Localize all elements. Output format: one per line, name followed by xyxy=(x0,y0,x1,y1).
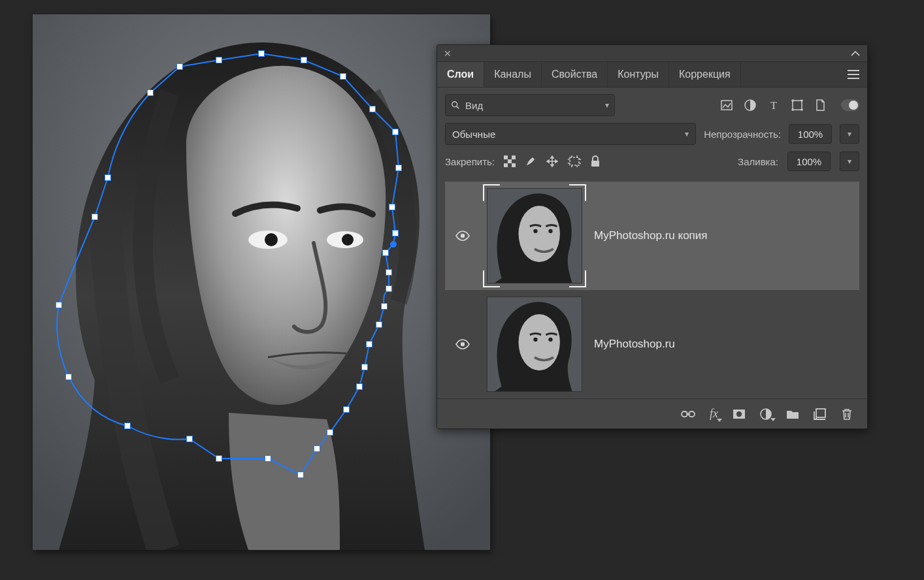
svg-rect-19 xyxy=(504,163,508,167)
filter-toggle[interactable] xyxy=(841,99,859,111)
svg-rect-13 xyxy=(792,109,794,111)
svg-point-25 xyxy=(519,206,560,262)
svg-rect-20 xyxy=(512,163,516,167)
layer-kind-label: Вид xyxy=(465,100,483,111)
svg-point-32 xyxy=(548,338,552,342)
visibility-toggle[interactable] xyxy=(450,231,475,241)
svg-rect-21 xyxy=(570,157,579,165)
layers-panel: ✕ Слои Каналы Свойства Контуры Коррекция… xyxy=(437,44,868,429)
filter-pixel-icon[interactable] xyxy=(721,100,733,110)
lock-position-icon[interactable] xyxy=(546,155,559,168)
svg-rect-14 xyxy=(801,109,803,111)
svg-point-31 xyxy=(533,338,537,342)
fill-label: Заливка: xyxy=(738,156,778,167)
svg-rect-17 xyxy=(512,155,516,159)
svg-text:T: T xyxy=(770,100,777,110)
layer-thumbnail[interactable] xyxy=(487,188,582,283)
opacity-label: Непрозрачность: xyxy=(704,129,781,140)
filter-smart-icon[interactable] xyxy=(815,99,825,111)
new-layer-icon[interactable] xyxy=(814,408,827,420)
collapse-icon[interactable] xyxy=(850,50,861,57)
tab-adjustments[interactable]: Коррекция xyxy=(669,62,741,87)
blend-mode-value: Обычные xyxy=(452,129,495,140)
layer-row[interactable]: MyPhotoshop.ru xyxy=(445,290,859,398)
lock-label: Закрепить: xyxy=(445,156,495,167)
lock-paint-icon[interactable] xyxy=(525,155,536,167)
blend-mode-select[interactable]: Обычные ▾ xyxy=(445,123,696,145)
tab-paths[interactable]: Контуры xyxy=(608,62,669,87)
panel-titlebar[interactable]: ✕ xyxy=(437,45,867,62)
svg-line-6 xyxy=(457,106,459,109)
svg-rect-10 xyxy=(793,101,802,110)
panel-footer: fx xyxy=(437,398,867,428)
chevron-down-icon: ▾ xyxy=(605,101,609,110)
group-icon[interactable] xyxy=(786,409,799,419)
svg-point-37 xyxy=(736,411,742,416)
svg-point-2 xyxy=(265,233,278,246)
svg-point-4 xyxy=(342,234,354,246)
add-mask-icon[interactable] xyxy=(733,409,746,419)
svg-point-27 xyxy=(548,229,552,233)
lock-transparency-icon[interactable] xyxy=(504,155,516,167)
svg-rect-12 xyxy=(801,100,803,102)
adjustment-layer-icon[interactable] xyxy=(760,408,772,420)
canvas[interactable] xyxy=(33,14,490,550)
layer-name[interactable]: MyPhotoshop.ru копия xyxy=(594,229,708,242)
filter-shape-icon[interactable] xyxy=(791,99,803,111)
svg-point-23 xyxy=(461,234,465,238)
opacity-stepper[interactable]: ▾ xyxy=(840,124,859,144)
visibility-toggle[interactable] xyxy=(450,339,475,349)
panel-menu-icon[interactable] xyxy=(840,70,867,79)
svg-point-5 xyxy=(452,102,457,107)
layer-thumbnail[interactable] xyxy=(487,297,582,392)
filter-type-icon[interactable]: T xyxy=(768,100,780,110)
layer-name[interactable]: MyPhotoshop.ru xyxy=(594,338,675,351)
tab-properties[interactable]: Свойства xyxy=(542,62,608,87)
fill-value[interactable]: 100% xyxy=(787,152,831,171)
opacity-value[interactable]: 100% xyxy=(789,124,832,144)
filter-adjust-icon[interactable] xyxy=(744,99,756,111)
layer-kind-dropdown[interactable]: Вид ▾ xyxy=(445,94,615,116)
close-icon[interactable]: ✕ xyxy=(444,48,452,59)
layer-fx-icon[interactable]: fx xyxy=(710,407,718,421)
delete-layer-icon[interactable] xyxy=(841,408,853,421)
search-icon xyxy=(451,101,460,110)
portrait-image-placeholder xyxy=(33,14,490,550)
svg-rect-39 xyxy=(816,409,825,417)
svg-rect-22 xyxy=(591,161,599,167)
lock-all-icon[interactable] xyxy=(590,155,601,167)
tab-layers[interactable]: Слои xyxy=(437,62,484,87)
fill-stepper[interactable]: ▾ xyxy=(840,152,859,171)
svg-rect-16 xyxy=(504,155,508,159)
chevron-down-icon: ▾ xyxy=(685,129,689,138)
layer-list: MyPhotoshop.ru копия xyxy=(445,178,859,398)
svg-point-26 xyxy=(533,229,537,233)
svg-rect-18 xyxy=(508,159,512,163)
svg-point-28 xyxy=(461,342,465,346)
tab-channels[interactable]: Каналы xyxy=(484,62,542,87)
lock-artboard-icon[interactable] xyxy=(568,155,581,167)
layer-row[interactable]: MyPhotoshop.ru копия xyxy=(445,182,859,290)
panel-tabs: Слои Каналы Свойства Контуры Коррекция xyxy=(437,62,867,88)
svg-point-30 xyxy=(519,314,560,370)
svg-rect-11 xyxy=(792,100,794,102)
link-layers-icon[interactable] xyxy=(681,410,695,419)
